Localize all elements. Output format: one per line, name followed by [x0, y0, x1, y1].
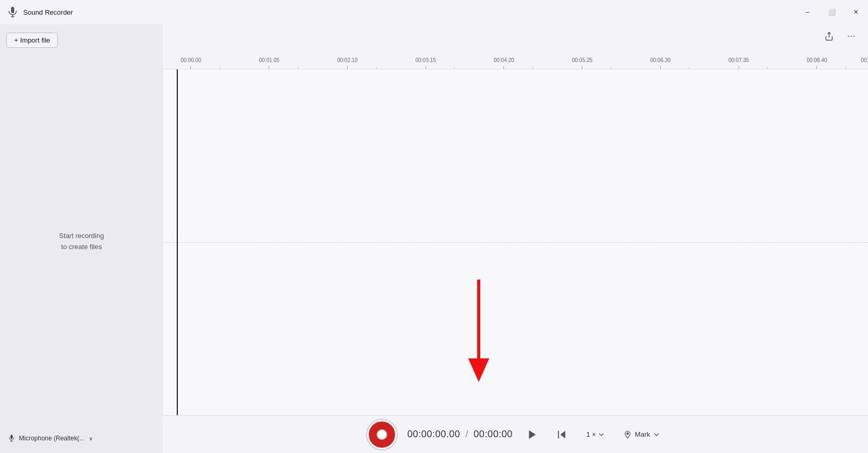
ruler-tick: [739, 66, 739, 69]
skip-back-icon: [556, 429, 568, 440]
share-icon: [824, 32, 834, 41]
ruler-tick: [660, 66, 661, 69]
ruler-mark-mid: [767, 67, 768, 69]
microphone-selector[interactable]: Microphone (Realtek(... ∨: [0, 429, 163, 448]
close-button[interactable]: ✕: [844, 0, 868, 24]
ruler-mark-mid: [376, 67, 377, 69]
ruler-mark-label: 00:04.20: [493, 57, 514, 63]
sidebar: + Import file Start recording to create …: [0, 24, 163, 453]
ruler-tick: [503, 66, 504, 69]
timeline-area: 00:00.0000:01.0500:02.1000:03.1500:04.20…: [163, 48, 868, 415]
microphone-icon: [7, 434, 16, 442]
play-button[interactable]: [523, 425, 542, 444]
time-separator: /: [466, 429, 469, 440]
mark-label: Mark: [635, 430, 650, 438]
svg-point-8: [851, 36, 852, 37]
ruler-mark-mid: [611, 67, 611, 69]
ruler-mark-label: 00:05.25: [572, 57, 592, 63]
import-file-button[interactable]: + Import file: [6, 33, 58, 48]
speed-chevron-icon: [598, 431, 604, 438]
time-display-group: 00:00:00.00 / 00:00:00: [407, 429, 512, 440]
ruler-tick-mid: [532, 67, 533, 69]
ruler-mark-mid: [689, 67, 690, 69]
ruler-mark-label: 00:02.10: [337, 57, 358, 63]
share-button[interactable]: [820, 27, 839, 46]
more-options-button[interactable]: [842, 27, 861, 46]
svg-marker-11: [468, 358, 489, 382]
playhead: [177, 69, 178, 415]
ruler-tick-mid: [767, 67, 768, 69]
arrow-annotation: [468, 280, 510, 397]
ruler-mark-label: 00:00.00: [181, 57, 201, 63]
content-area: 00:00.0000:01.0500:02.1000:03.1500:04.20…: [163, 24, 868, 453]
speed-value: 1 ×: [586, 430, 596, 438]
ruler-mark: 00:04.20: [493, 57, 514, 69]
app-icon: [6, 6, 19, 18]
bottom-controls: 00:00:00.00 / 00:00:00 1 ×: [163, 415, 868, 453]
ruler-mark-mid: [454, 67, 455, 69]
ruler-mark-label: 00:07.35: [729, 57, 749, 63]
ruler-mark-label: 00:01.05: [259, 57, 279, 63]
titlebar-controls: – ⬜ ✕: [795, 0, 868, 24]
svg-point-9: [853, 36, 854, 37]
ruler-tick: [269, 66, 269, 69]
ruler-mark-label: 00:09.45: [861, 57, 868, 63]
ruler-tick-mid: [845, 67, 846, 69]
svg-point-7: [848, 36, 849, 37]
ruler-tick-mid: [219, 67, 220, 69]
microphone-label: Microphone (Realtek(...: [19, 435, 85, 442]
svg-rect-3: [11, 435, 13, 439]
play-icon: [527, 429, 538, 440]
ruler-mark-mid: [532, 67, 533, 69]
mark-chevron-icon: [653, 431, 660, 438]
ruler-mark: 00:08.40: [806, 57, 827, 69]
current-time: 00:00:00.00: [407, 429, 460, 440]
maximize-button[interactable]: ⬜: [820, 0, 844, 24]
minimize-button[interactable]: –: [795, 0, 820, 24]
ruler-tick-mid: [454, 67, 455, 69]
ruler-mark-label: 00:08.40: [806, 57, 827, 63]
sidebar-empty-text: Start recording to create files: [59, 231, 104, 253]
ruler-mark-mid: [219, 67, 220, 69]
ruler-tick: [347, 66, 348, 69]
ruler-tick-mid: [376, 67, 377, 69]
ruler-tick-mid: [298, 67, 298, 69]
location-icon: [623, 430, 632, 439]
sidebar-empty-area: Start recording to create files: [0, 54, 163, 429]
mark-control[interactable]: Mark: [619, 428, 664, 441]
ruler-mark-label: 00:06.30: [650, 57, 671, 63]
ruler-mark: 00:05.25: [572, 57, 592, 69]
svg-marker-13: [561, 430, 566, 438]
more-icon: [846, 32, 856, 41]
ruler-mark-label: 00:03.15: [416, 57, 436, 63]
ruler-mark: 00:00.00: [181, 57, 201, 69]
ruler-mark-mid: [845, 67, 846, 69]
center-line: [163, 242, 868, 243]
app-title: Sound Recorder: [23, 8, 73, 16]
ruler-tick: [190, 66, 191, 69]
ruler-tick-mid: [689, 67, 690, 69]
ruler-tick: [816, 66, 817, 69]
ruler-mark: 00:03.15: [416, 57, 436, 69]
ruler-tick-mid: [611, 67, 611, 69]
top-toolbar: [163, 24, 868, 48]
timeline-ruler: 00:00.0000:01.0500:02.1000:03.1500:04.20…: [163, 48, 868, 69]
ruler-mark: 00:01.05: [259, 57, 279, 69]
skip-back-button[interactable]: [552, 425, 571, 444]
svg-marker-12: [529, 430, 536, 439]
ruler-tick: [582, 66, 582, 69]
ruler-mark: 00:07.35: [729, 57, 749, 69]
speed-control[interactable]: 1 ×: [582, 428, 608, 440]
main-layout: + Import file Start recording to create …: [0, 24, 868, 453]
ruler-mark-mid: [298, 67, 298, 69]
ruler-tick: [426, 66, 426, 69]
svg-rect-0: [11, 7, 14, 13]
record-button-inner: [377, 429, 387, 440]
ruler-marks: 00:00.0000:01.0500:02.1000:03.1500:04.20…: [163, 48, 868, 69]
ruler-mark: 00:09.45: [861, 57, 868, 69]
track-area[interactable]: [163, 69, 868, 415]
record-button[interactable]: [367, 420, 397, 449]
ruler-mark: 00:02.10: [337, 57, 358, 69]
ruler-mark: 00:06.30: [650, 57, 671, 69]
total-time: 00:00:00: [473, 429, 512, 440]
